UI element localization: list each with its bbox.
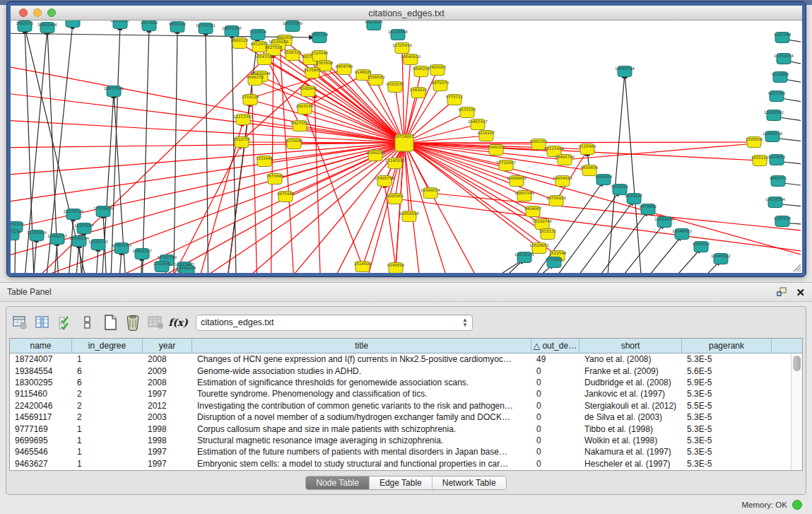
- node[interactable]: 1527602: [141, 21, 158, 31]
- node[interactable]: 19384554: [420, 188, 440, 199]
- node[interactable]: 10984664: [654, 217, 674, 228]
- node[interactable]: 16648794: [615, 66, 635, 77]
- node[interactable]: 1675444: [277, 192, 295, 202]
- node[interactable]: 9242848: [300, 86, 317, 97]
- node[interactable]: 9896152: [247, 75, 264, 86]
- node[interactable]: 1810755: [233, 137, 251, 148]
- node[interactable]: 10467427: [468, 119, 488, 130]
- column-header-pagerank[interactable]: pagerank: [682, 339, 772, 353]
- node[interactable]: 10945022: [711, 254, 731, 264]
- node[interactable]: 2803144: [296, 104, 314, 115]
- node[interactable]: 9170046: [286, 139, 303, 149]
- node[interactable]: 10719151: [196, 23, 216, 34]
- edge[interactable]: [404, 142, 754, 143]
- node[interactable]: 1112744: [774, 33, 792, 43]
- node[interactable]: 9692071: [770, 176, 787, 187]
- edge[interactable]: [604, 73, 625, 273]
- node[interactable]: 16958167: [132, 249, 152, 259]
- edge[interactable]: [590, 223, 664, 273]
- edge[interactable]: [435, 259, 524, 273]
- edge[interactable]: [32, 143, 404, 273]
- node[interactable]: 18300295: [365, 151, 385, 161]
- node[interactable]: 1595838: [746, 137, 763, 148]
- show-columns-icon[interactable]: [33, 313, 52, 332]
- node[interactable]: 12975887: [74, 223, 94, 234]
- node[interactable]: 6679197: [625, 194, 643, 204]
- node[interactable]: 8660123: [231, 38, 249, 49]
- node[interactable]: 7857224: [311, 33, 329, 43]
- node[interactable]: 2718126: [242, 95, 259, 105]
- column-header-out_de[interactable]: △ out_de…: [531, 339, 579, 353]
- network-canvas[interactable]: 2405572206914061633993106532571527602946…: [11, 21, 802, 273]
- table-row[interactable]: 946362711997Embryonic stem cells: a mode…: [10, 458, 791, 469]
- edge[interactable]: [395, 199, 801, 254]
- node[interactable]: 9175685: [304, 68, 322, 78]
- node[interactable]: 12505135: [88, 240, 108, 250]
- function-builder-icon[interactable]: f(x): [169, 313, 187, 332]
- node[interactable]: 12213383: [233, 115, 253, 125]
- scrollbar-thumb[interactable]: [793, 356, 801, 371]
- node[interactable]: 7986322: [488, 145, 505, 156]
- node[interactable]: 3915934: [11, 230, 21, 240]
- column-header-name[interactable]: name: [10, 339, 72, 353]
- node[interactable]: 9484067: [524, 206, 542, 217]
- node[interactable]: 15720407: [496, 160, 516, 171]
- node[interactable]: 1362615: [410, 88, 428, 98]
- node[interactable]: 8322037: [387, 82, 404, 93]
- node[interactable]: 1514509: [354, 262, 372, 272]
- node[interactable]: 8095961: [387, 194, 404, 204]
- node[interactable]: 8186328: [284, 50, 302, 61]
- delete-table-icon[interactable]: [124, 313, 142, 332]
- table-row[interactable]: 1830029562008Estimation of significance …: [10, 377, 791, 388]
- node[interactable]: 1815132: [539, 229, 557, 240]
- node[interactable]: 16640910: [401, 54, 420, 65]
- node[interactable]: 12093582: [764, 110, 784, 121]
- node[interactable]: 19218986: [388, 30, 408, 40]
- node[interactable]: 11156829: [27, 230, 47, 241]
- node[interactable]: 9245012: [693, 242, 710, 252]
- select-all-icon[interactable]: [56, 313, 74, 332]
- edge[interactable]: [615, 235, 682, 273]
- table-row[interactable]: 1872400712008Changes of HCN gene express…: [10, 354, 791, 365]
- node[interactable]: 16543382: [254, 54, 274, 65]
- node[interactable]: 8575155: [459, 107, 476, 118]
- edge[interactable]: [11, 33, 314, 37]
- node[interactable]: 28495788: [555, 155, 575, 165]
- node[interactable]: 7515526: [249, 30, 267, 40]
- node[interactable]: 8813054: [365, 21, 383, 30]
- edge[interactable]: [625, 73, 645, 273]
- edge[interactable]: [223, 101, 250, 273]
- node[interactable]: 18807249: [514, 191, 534, 201]
- node[interactable]: 18724007: [394, 134, 414, 151]
- resize-grip-icon[interactable]: [792, 263, 801, 272]
- table-row[interactable]: 911546021997Tourette syndrome. Phenomeno…: [10, 388, 791, 399]
- table-row[interactable]: 977716911998Corpus callosum shape and si…: [10, 423, 791, 434]
- edge[interactable]: [569, 211, 648, 273]
- node[interactable]: 9115460: [579, 144, 596, 155]
- node[interactable]: 20691406: [37, 23, 57, 33]
- tab-edge-table[interactable]: Edge Table: [370, 477, 433, 489]
- node[interactable]: 17359924: [93, 206, 113, 217]
- node[interactable]: 9466162: [169, 22, 187, 33]
- node[interactable]: 7252449: [256, 156, 273, 167]
- node[interactable]: 8427552: [291, 121, 309, 132]
- node[interactable]: 10958926: [399, 211, 419, 222]
- edge[interactable]: [52, 240, 57, 273]
- node[interactable]: 19136141: [514, 252, 534, 263]
- node[interactable]: 10688609: [507, 176, 526, 187]
- column-header-in_degree[interactable]: in_degree: [72, 339, 143, 353]
- edge[interactable]: [11, 91, 404, 143]
- node[interactable]: 2232445: [153, 262, 171, 272]
- edge[interactable]: [110, 25, 120, 273]
- table-row[interactable]: 2242004622012Investigating the contribut…: [10, 400, 791, 411]
- node[interactable]: 1633993: [64, 21, 82, 28]
- node[interactable]: 1588520: [367, 75, 385, 86]
- node[interactable]: 8479373: [432, 81, 449, 91]
- table-row[interactable]: 1456911722003Disruption of a novel membe…: [10, 411, 791, 423]
- node[interactable]: 1167533: [774, 216, 792, 227]
- node[interactable]: 20206526: [64, 209, 83, 220]
- node[interactable]: 17957253: [112, 243, 131, 254]
- table-selector-dropdown[interactable]: citations_edges.txt ▲▼: [196, 315, 473, 331]
- edge[interactable]: [463, 259, 524, 273]
- column-header-short[interactable]: short: [579, 339, 682, 353]
